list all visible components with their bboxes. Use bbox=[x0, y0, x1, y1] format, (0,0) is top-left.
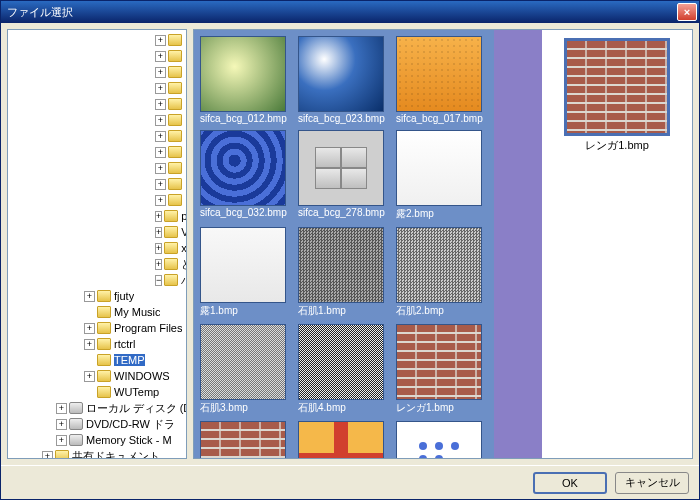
thumbnail[interactable]: sifca_bcg_017.bmp bbox=[396, 36, 488, 124]
tree-item[interactable]: + bbox=[8, 160, 186, 176]
tree-item[interactable]: +ローカル ディスク (D bbox=[8, 400, 186, 416]
close-button[interactable]: × bbox=[677, 3, 697, 21]
thumbnail-label: sifca_bcg_278.bmp bbox=[298, 207, 390, 218]
folder-icon bbox=[97, 386, 111, 398]
expand-icon[interactable]: + bbox=[84, 339, 95, 350]
cancel-button[interactable]: キャンセル bbox=[615, 472, 689, 494]
expand-icon[interactable]: + bbox=[155, 211, 162, 222]
thumbnail[interactable]: 石肌1.bmp bbox=[298, 227, 390, 318]
tree-item[interactable]: + bbox=[8, 96, 186, 112]
thumbnail-image bbox=[396, 421, 482, 458]
tree-item[interactable]: + bbox=[8, 176, 186, 192]
expand-icon[interactable]: + bbox=[155, 243, 162, 254]
tree-item[interactable]: My Music bbox=[8, 304, 186, 320]
tree-item[interactable]: TEMP bbox=[8, 352, 186, 368]
folder-icon bbox=[168, 162, 182, 174]
expand-icon[interactable]: + bbox=[155, 227, 162, 238]
tree-item[interactable]: + bbox=[8, 144, 186, 160]
tree-item[interactable]: + bbox=[8, 64, 186, 80]
expand-icon[interactable]: + bbox=[155, 99, 166, 110]
tree-item[interactable]: +xe bbox=[8, 240, 186, 256]
tree-item[interactable]: +Program Files bbox=[8, 320, 186, 336]
expand-icon[interactable]: + bbox=[84, 323, 95, 334]
expand-icon[interactable]: + bbox=[84, 371, 95, 382]
expand-icon[interactable]: + bbox=[155, 195, 166, 206]
thumbnail-image bbox=[200, 130, 286, 206]
tree-label: と' bbox=[181, 257, 186, 272]
thumbnail[interactable]: 石肌2.bmp bbox=[396, 227, 488, 318]
folder-icon bbox=[168, 194, 182, 206]
thumbnail-label: sifca_bcg_023.bmp bbox=[298, 113, 390, 124]
tree-item[interactable]: + bbox=[8, 48, 186, 64]
expand-icon[interactable]: + bbox=[155, 35, 166, 46]
folder-icon bbox=[164, 226, 178, 238]
expand-icon[interactable]: + bbox=[84, 291, 95, 302]
thumbnail[interactable] bbox=[396, 421, 488, 458]
thumbnail-label: 石肌2.bmp bbox=[396, 304, 488, 318]
folder-icon bbox=[168, 98, 182, 110]
thumbnail-label: 石肌4.bmp bbox=[298, 401, 390, 415]
scroll-strip[interactable] bbox=[494, 30, 542, 458]
tree-item[interactable]: +fjuty bbox=[8, 288, 186, 304]
expand-icon[interactable]: + bbox=[155, 83, 166, 94]
drive-icon bbox=[69, 402, 83, 414]
thumbnail[interactable]: 露1.bmp bbox=[200, 227, 292, 318]
tree-item[interactable]: + bbox=[8, 128, 186, 144]
file-select-dialog: ファイル選択 × ++++++++++++pi:+VF+xe+と'−ハ+fjut… bbox=[0, 0, 700, 500]
thumbnail-image bbox=[200, 421, 286, 458]
thumbnail[interactable]: 石肌3.bmp bbox=[200, 324, 292, 415]
thumbnail-image bbox=[396, 324, 482, 400]
tree-item[interactable]: −ハ bbox=[8, 272, 186, 288]
tree-label: DVD/CD-RW ドラ bbox=[86, 417, 175, 432]
tree-item[interactable]: + bbox=[8, 80, 186, 96]
thumbnail[interactable]: 石肌4.bmp bbox=[298, 324, 390, 415]
tree-item[interactable]: +共有ドキュメント bbox=[8, 448, 186, 459]
thumbnail-image bbox=[298, 227, 384, 303]
thumbnail[interactable]: sifca_bcg_032.bmp bbox=[200, 130, 292, 221]
expand-icon[interactable]: + bbox=[155, 163, 166, 174]
thumbnail-grid[interactable]: sifca_bcg_012.bmpsifca_bcg_023.bmpsifca_… bbox=[194, 30, 494, 458]
expand-icon[interactable]: + bbox=[155, 51, 166, 62]
tree-label: ハ bbox=[181, 273, 186, 288]
titlebar: ファイル選択 × bbox=[1, 1, 699, 23]
tree-item[interactable]: + bbox=[8, 32, 186, 48]
expand-icon[interactable]: + bbox=[42, 451, 53, 460]
expand-icon[interactable]: − bbox=[155, 275, 162, 286]
thumbnail[interactable]: sifca_bcg_012.bmp bbox=[200, 36, 292, 124]
expand-icon[interactable]: + bbox=[155, 115, 166, 126]
dialog-body: ++++++++++++pi:+VF+xe+と'−ハ+fjutyMy Music… bbox=[1, 23, 699, 465]
preview-filename: レンガ1.bmp bbox=[585, 138, 649, 153]
tree-item[interactable]: +DVD/CD-RW ドラ bbox=[8, 416, 186, 432]
ok-button[interactable]: OK bbox=[533, 472, 607, 494]
tree-item[interactable]: WUTemp bbox=[8, 384, 186, 400]
folder-icon bbox=[168, 114, 182, 126]
expand-icon[interactable]: + bbox=[155, 179, 166, 190]
tree-item[interactable]: +pi: bbox=[8, 208, 186, 224]
tree-item[interactable]: +VF bbox=[8, 224, 186, 240]
folder-icon bbox=[168, 82, 182, 94]
thumbnail[interactable] bbox=[200, 421, 292, 458]
expand-icon[interactable]: + bbox=[56, 419, 67, 430]
thumbnail[interactable]: sifca_bcg_278.bmp bbox=[298, 130, 390, 221]
tree-item[interactable]: + bbox=[8, 112, 186, 128]
expand-icon[interactable]: + bbox=[56, 435, 67, 446]
folder-icon bbox=[168, 146, 182, 158]
tree-item[interactable]: +と' bbox=[8, 256, 186, 272]
folder-icon bbox=[97, 290, 111, 302]
expand-icon[interactable]: + bbox=[155, 147, 166, 158]
tree-item[interactable]: +WINDOWS bbox=[8, 368, 186, 384]
thumbnail[interactable] bbox=[298, 421, 390, 458]
thumbnail[interactable]: sifca_bcg_023.bmp bbox=[298, 36, 390, 124]
folder-icon bbox=[164, 210, 178, 222]
preview-pane: レンガ1.bmp bbox=[542, 30, 692, 458]
expand-icon[interactable]: + bbox=[155, 67, 166, 78]
expand-icon[interactable]: + bbox=[56, 403, 67, 414]
thumbnail[interactable]: レンガ1.bmp bbox=[396, 324, 488, 415]
tree-item[interactable]: + bbox=[8, 192, 186, 208]
folder-tree[interactable]: ++++++++++++pi:+VF+xe+と'−ハ+fjutyMy Music… bbox=[7, 29, 187, 459]
expand-icon[interactable]: + bbox=[155, 131, 166, 142]
tree-item[interactable]: +rtctrl bbox=[8, 336, 186, 352]
tree-item[interactable]: +Memory Stick - M bbox=[8, 432, 186, 448]
thumbnail[interactable]: 露2.bmp bbox=[396, 130, 488, 221]
expand-icon[interactable]: + bbox=[155, 259, 162, 270]
